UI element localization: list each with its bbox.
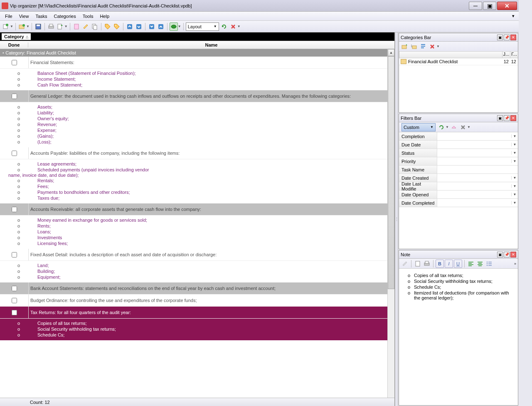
move-up-icon[interactable] (157, 22, 165, 31)
category-item[interactable]: Financial Audit Checklist 12 12 (399, 58, 518, 65)
category-sort-tab[interactable]: Category△ (2, 33, 31, 40)
panel-close-icon[interactable]: ✕ (510, 115, 516, 121)
filter-icon[interactable] (170, 22, 178, 31)
task-row[interactable]: Budget Ordinance: for controlling the us… (0, 295, 387, 307)
panel-pin-icon[interactable]: 📌 (504, 35, 510, 40)
new-task-dropdown[interactable]: ▼ (10, 25, 13, 28)
new-category-dropdown[interactable]: ▼ (26, 25, 30, 28)
expand-icon[interactable] (135, 22, 143, 31)
note-panel-title: Note (401, 252, 496, 257)
cat-delete-dropdown[interactable]: ▼ (436, 45, 440, 48)
collapse-icon[interactable]: ▪ (2, 51, 4, 55)
filter-apply-icon[interactable] (437, 123, 446, 131)
filter-clear-icon[interactable] (450, 123, 458, 131)
filter-preset-selector[interactable]: Custom▼ (401, 123, 436, 131)
export-icon[interactable] (56, 22, 64, 31)
note-content[interactable]: oCopies of all tax returns;oSocial Secur… (399, 269, 518, 405)
menu-tasks[interactable]: Tasks (32, 12, 50, 20)
task-row[interactable]: Fixed Asset Detail: includes a descripti… (0, 249, 387, 261)
refresh-icon[interactable] (220, 22, 228, 31)
align-center-icon[interactable] (476, 260, 484, 268)
task-checkbox[interactable] (12, 286, 17, 291)
bold-icon[interactable]: B (436, 260, 444, 268)
panel-restore-icon[interactable]: ▣ (497, 35, 503, 40)
vertical-splitter[interactable] (395, 32, 398, 406)
filter-dropdown-icon[interactable]: ▼ (511, 143, 518, 146)
delete-icon[interactable] (229, 22, 237, 31)
panel-restore-icon[interactable]: ▣ (497, 115, 503, 121)
task-checkbox[interactable] (12, 310, 17, 315)
edit-icon[interactable] (81, 22, 90, 31)
collapse-icon[interactable] (126, 22, 134, 31)
menu-categories[interactable]: Categories (51, 12, 79, 20)
filter-dropdown-icon[interactable]: ▼ (511, 134, 518, 138)
panel-pin-icon[interactable]: 📌 (504, 115, 510, 121)
cat-child-icon[interactable] (410, 42, 418, 51)
task-row[interactable]: General Ledger: the document used in tra… (0, 90, 387, 102)
italic-icon[interactable]: I (445, 260, 453, 268)
task-checkbox[interactable] (12, 60, 17, 65)
tag2-icon[interactable] (113, 22, 121, 31)
note-print-icon[interactable] (423, 260, 431, 268)
panel-pin-icon[interactable]: 📌 (504, 252, 510, 257)
tag-icon[interactable] (103, 22, 112, 31)
filter-delete-icon[interactable] (459, 123, 467, 131)
filter-dropdown-icon[interactable]: ▼ (511, 193, 518, 196)
menu-view[interactable]: View (16, 12, 32, 20)
panel-restore-icon[interactable]: ▣ (497, 252, 503, 257)
panel-close-icon[interactable]: ✕ (510, 252, 516, 257)
cut-icon[interactable] (72, 22, 81, 31)
delete-dropdown[interactable]: ▼ (237, 25, 241, 28)
task-row[interactable]: Financial Statements: (0, 57, 387, 69)
cat-edit-icon[interactable] (419, 42, 427, 51)
column-done[interactable]: Done (0, 42, 28, 47)
filter-dropdown-icon[interactable]: ▼ (511, 176, 518, 180)
filter-dropdown[interactable]: ▼ (178, 25, 181, 28)
align-left-icon[interactable] (467, 260, 475, 268)
task-checkbox[interactable] (12, 207, 17, 212)
menu-overflow[interactable]: ▾ (510, 13, 517, 19)
filter-dropdown-icon[interactable]: ▼ (511, 159, 518, 163)
new-task-icon[interactable] (2, 22, 10, 31)
menu-help[interactable]: Help (96, 12, 113, 20)
filter-dropdown-icon[interactable]: ▼ (511, 184, 518, 188)
list-icon[interactable] (485, 260, 493, 268)
task-row[interactable]: Bank Account Statements: statements and … (0, 282, 387, 295)
note-overflow-icon[interactable]: » (514, 262, 516, 266)
filters-panel-title: Filters Bar (401, 116, 496, 121)
close-button[interactable]: ✕ (497, 2, 517, 10)
underline-icon[interactable]: U (454, 260, 462, 268)
scroll-up-icon[interactable]: ▲ (388, 49, 394, 56)
group-row[interactable]: ▪Category: Financial Audit Checklist (0, 49, 387, 57)
move-down-icon[interactable] (148, 22, 156, 31)
task-checkbox[interactable] (12, 94, 17, 99)
cat-delete-icon[interactable] (428, 42, 436, 51)
cat-add-icon[interactable] (401, 42, 409, 51)
task-checkbox[interactable] (12, 252, 17, 257)
menu-file[interactable]: File (2, 12, 16, 20)
minimize-button[interactable]: ─ (469, 2, 482, 10)
column-name[interactable]: Name (28, 42, 394, 47)
task-row[interactable]: Accounts Receivable: all corporate asset… (0, 203, 387, 215)
save-icon[interactable] (34, 22, 42, 31)
note-edit-icon[interactable] (401, 260, 409, 268)
filter-dropdown-icon[interactable]: ▼ (511, 201, 518, 205)
task-row[interactable]: Accounts Payable: liabilities of the com… (0, 147, 387, 159)
task-checkbox[interactable] (12, 298, 17, 303)
grid-scrollbar[interactable]: ▲ (387, 49, 394, 398)
layout-selector[interactable]: Layout▼ (186, 22, 219, 31)
menu-tools[interactable]: Tools (79, 12, 97, 20)
new-category-icon[interactable] (18, 22, 26, 31)
print-icon[interactable] (47, 22, 55, 31)
note-page-icon[interactable] (414, 260, 422, 268)
filter-apply-dropdown[interactable]: ▼ (446, 125, 449, 129)
task-checkbox-cell (0, 249, 28, 260)
export-dropdown[interactable]: ▼ (64, 25, 68, 28)
maximize-button[interactable]: ▣ (483, 2, 496, 10)
task-checkbox[interactable] (12, 151, 17, 156)
task-row[interactable]: Tax Returns: for all four quarters of th… (0, 307, 387, 319)
copy-icon[interactable] (91, 22, 99, 31)
panel-close-icon[interactable]: ✕ (510, 35, 516, 40)
filter-dropdown-icon[interactable]: ▼ (511, 151, 518, 155)
filter-delete-dropdown[interactable]: ▼ (467, 125, 470, 129)
